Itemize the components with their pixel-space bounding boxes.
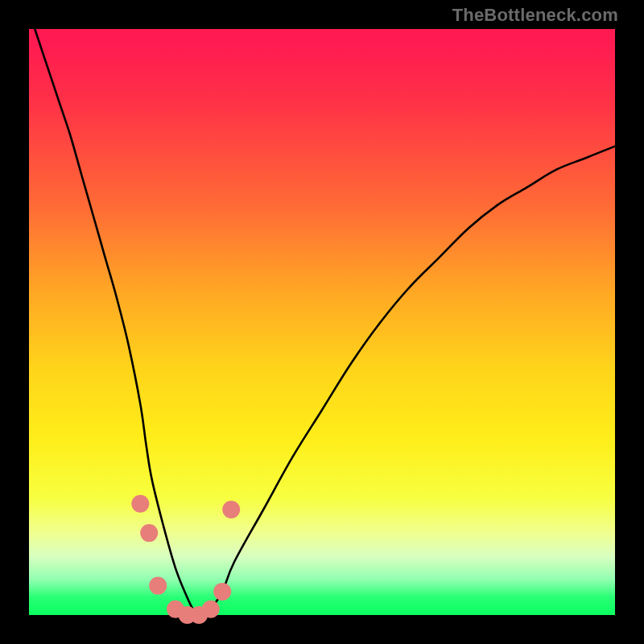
bottleneck-curve <box>35 29 615 616</box>
chart-svg <box>29 29 615 615</box>
watermark-text: TheBottleneck.com <box>452 5 618 26</box>
data-point <box>149 577 167 595</box>
plot-area <box>29 29 615 615</box>
data-point <box>213 583 231 601</box>
data-point <box>140 524 158 542</box>
data-point <box>222 501 240 518</box>
data-point <box>202 601 220 618</box>
data-points-group <box>131 495 240 624</box>
data-point <box>131 495 149 513</box>
chart-frame: TheBottleneck.com <box>0 0 644 644</box>
